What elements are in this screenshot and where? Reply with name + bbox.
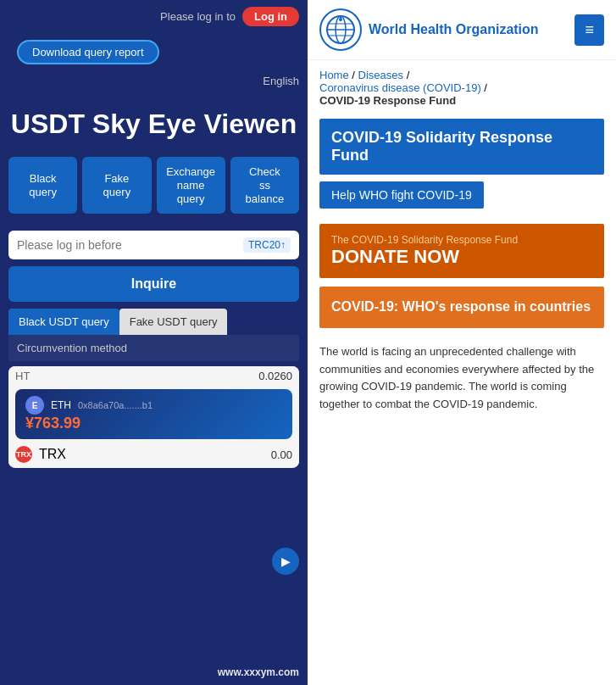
who-emblem bbox=[325, 14, 356, 45]
tab-fake-usdt[interactable]: Fake USDT query bbox=[119, 309, 228, 335]
breadcrumb-home[interactable]: Home bbox=[319, 69, 349, 81]
breadcrumb-diseases[interactable]: Diseases bbox=[358, 69, 403, 81]
app-title: USDT Sky Eye Viewen bbox=[8, 108, 299, 140]
trx-label: TRX bbox=[39, 447, 66, 462]
fund-title: COVID-19 Solidarity Response Fund bbox=[319, 119, 604, 175]
circumvention-label: Circumvention method bbox=[8, 335, 299, 361]
query-input-row: TRC20↑ bbox=[8, 231, 299, 259]
fake-query-button[interactable]: Fakequery bbox=[82, 157, 151, 214]
trc-badge: TRC20↑ bbox=[243, 237, 291, 253]
exchange-name-query-button[interactable]: Exchangenamequery bbox=[157, 157, 225, 214]
body-text: The world is facing an unprecedented cha… bbox=[308, 335, 616, 422]
eth-address: 0x8a6a70a.......b1 bbox=[78, 400, 153, 410]
donate-now-label: DONATE NOW bbox=[331, 246, 592, 268]
watermark: www.xxxym.com bbox=[218, 666, 299, 678]
eth-price: ¥763.99 bbox=[25, 415, 282, 432]
trx-value: 0.00 bbox=[271, 448, 292, 461]
breadcrumb-current: COVID-19 Response Fund bbox=[319, 94, 456, 107]
donate-banner[interactable]: The COVID-19 Solidarity Response Fund DO… bbox=[319, 224, 604, 278]
svg-point-6 bbox=[339, 18, 342, 21]
right-panel: World Health Organization ≡ Home / Disea… bbox=[308, 0, 616, 685]
trx-row: TRX TRX 0.00 bbox=[8, 443, 299, 466]
login-prompt: Please log in to bbox=[160, 10, 236, 23]
query-tabs: Black USDT query Fake USDT query bbox=[8, 309, 299, 335]
who-header: World Health Organization ≡ bbox=[308, 0, 616, 60]
top-bar: Please log in to Log in bbox=[0, 0, 308, 33]
trx-icon: TRX bbox=[15, 446, 32, 463]
download-report-button[interactable]: Download query report bbox=[17, 40, 159, 64]
black-query-button[interactable]: Blackquery bbox=[8, 157, 77, 214]
log-in-button[interactable]: Log in bbox=[242, 7, 299, 26]
ht-value: 0.0260 bbox=[258, 370, 292, 382]
who-title: World Health Organization bbox=[369, 21, 539, 37]
check-balance-button[interactable]: Checkssbalance bbox=[230, 157, 299, 214]
eth-label: ETH bbox=[51, 399, 71, 411]
menu-button[interactable]: ≡ bbox=[574, 14, 604, 46]
who-response-title: COVID-19: WHO's response in countries bbox=[331, 298, 592, 316]
who-response-banner[interactable]: COVID-19: WHO's response in countries bbox=[319, 287, 604, 328]
inquire-button[interactable]: Inquire bbox=[8, 266, 299, 302]
query-button-grid: Blackquery Fakequery Exchangenamequery C… bbox=[0, 148, 308, 222]
circle-action-button[interactable]: ▶ bbox=[272, 548, 299, 575]
help-who-button[interactable]: Help WHO fight COVID-19 bbox=[319, 181, 484, 209]
who-logo-icon bbox=[319, 8, 362, 51]
eth-card: E ETH 0x8a6a70a.......b1 ¥763.99 bbox=[15, 389, 292, 439]
chart-area: HT 0.0260 E ETH 0x8a6a70a.......b1 ¥763.… bbox=[8, 366, 299, 468]
donate-sub-label: The COVID-19 Solidarity Response Fund bbox=[331, 234, 592, 246]
ht-label: HT bbox=[15, 370, 30, 382]
who-logo-area: World Health Organization bbox=[319, 8, 539, 51]
breadcrumb: Home / Diseases / Coronavirus disease (C… bbox=[308, 60, 616, 110]
language-selector[interactable]: English bbox=[0, 71, 308, 91]
query-input[interactable] bbox=[17, 238, 243, 252]
chart-header: HT 0.0260 bbox=[8, 366, 299, 386]
tab-black-usdt[interactable]: Black USDT query bbox=[8, 309, 119, 335]
left-panel: Please log in to Log in Download query r… bbox=[0, 0, 308, 685]
breadcrumb-covid[interactable]: Coronavirus disease (COVID-19) bbox=[319, 81, 481, 94]
eth-icon: E bbox=[25, 396, 44, 415]
